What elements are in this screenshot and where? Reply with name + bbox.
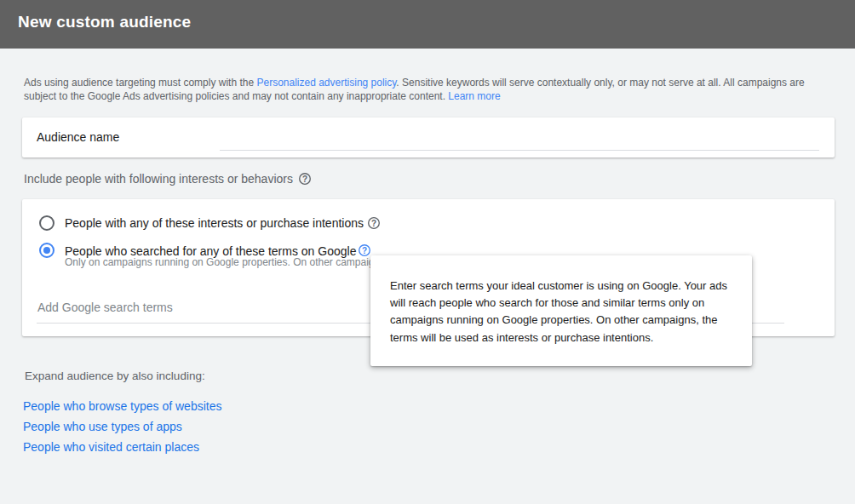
svg-text:?: ? [371, 219, 376, 228]
svg-text:?: ? [302, 175, 307, 184]
svg-text:?: ? [362, 245, 367, 255]
